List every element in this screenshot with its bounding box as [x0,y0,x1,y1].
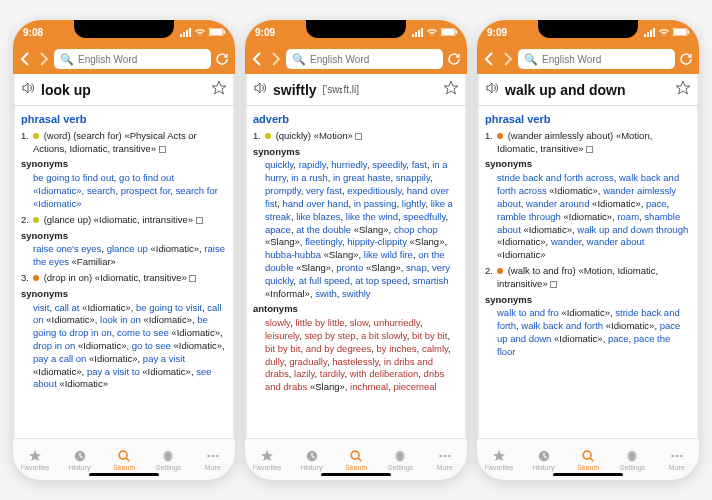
word-link[interactable]: chop chop [394,224,438,235]
word-link[interactable]: step by step [304,330,355,341]
sense-checkbox[interactable] [159,146,166,153]
word-link[interactable]: search [87,185,116,196]
word-link[interactable]: pronto [336,262,363,273]
word-link[interactable]: very fast [306,185,342,196]
word-link[interactable]: visit [33,302,49,313]
word-link[interactable]: slow [350,317,368,328]
word-link[interactable]: calmly [422,343,448,354]
content-area[interactable]: phrasal verb1. (wander aimlessly about) … [477,106,699,438]
back-button[interactable] [483,50,497,68]
word-link[interactable]: in great haste [333,172,391,183]
forward-button[interactable] [501,50,515,68]
tab-more[interactable]: More [423,439,467,480]
search-box[interactable]: 🔍 [286,49,443,69]
word-link[interactable]: expeditiously [347,185,401,196]
refresh-button[interactable] [447,50,461,68]
sense-checkbox[interactable] [189,275,196,282]
word-link[interactable]: gradually [289,356,327,367]
word-link[interactable]: be going to find out [33,172,114,183]
audio-button[interactable] [253,81,267,99]
word-link[interactable]: snap [406,262,427,273]
home-indicator[interactable] [321,473,391,476]
word-link[interactable]: pace [608,333,629,344]
word-link[interactable]: like the wind [346,211,398,222]
home-indicator[interactable] [553,473,623,476]
word-link[interactable]: hippity-clippity [347,236,407,247]
word-link[interactable]: stride back and forth across [497,172,614,183]
word-link[interactable]: by inches [376,343,416,354]
word-link[interactable]: prospect for [121,185,171,196]
word-link[interactable]: fleetingly [305,236,342,247]
audio-button[interactable] [485,81,499,99]
refresh-button[interactable] [215,50,229,68]
word-link[interactable]: go to find out [119,172,174,183]
word-link[interactable]: fast [412,159,427,170]
tab-more[interactable]: More [191,439,235,480]
word-link[interactable]: apace [265,224,291,235]
word-link[interactable]: pace [646,198,667,209]
word-link[interactable]: look in on [100,314,141,325]
favorite-button[interactable] [675,80,691,100]
audio-button[interactable] [21,81,35,99]
favorite-button[interactable] [443,80,459,100]
word-link[interactable]: drop in on [33,340,75,351]
favorite-button[interactable] [211,80,227,100]
search-box[interactable]: 🔍 [518,49,675,69]
search-input[interactable] [78,54,205,65]
search-box[interactable]: 🔍 [54,49,211,69]
word-link[interactable]: «Idiomatic», [33,185,87,196]
tab-favorites[interactable]: Favorites [13,439,57,480]
word-link[interactable]: rapidly [299,159,326,170]
word-link[interactable]: wander [551,236,582,247]
refresh-button[interactable] [679,50,693,68]
word-link[interactable]: be going to visit [136,302,202,313]
word-link[interactable]: piecemeal [393,381,436,392]
word-link[interactable]: smartish [413,275,449,286]
word-link[interactable]: little by little [295,317,344,328]
sense-checkbox[interactable] [196,217,203,224]
word-link[interactable]: walk to and fro [497,307,559,318]
word-link[interactable]: speedfully [403,211,445,222]
word-link[interactable]: glance up [107,243,148,254]
sense-checkbox[interactable] [550,281,557,288]
word-link[interactable]: raise one's eyes [33,243,101,254]
word-link[interactable]: like blazes [296,211,340,222]
word-link[interactable]: go to see [132,340,171,351]
word-link[interactable]: hubba-hubba [265,249,321,260]
word-link[interactable]: hand over hand [282,198,348,209]
word-link[interactable]: at top speed [355,275,407,286]
content-area[interactable]: adverb1. (quickly) «Motion» synonymsquic… [245,106,467,438]
word-link[interactable]: lightly [402,198,426,209]
tab-more[interactable]: More [655,439,699,480]
back-button[interactable] [19,50,33,68]
word-link[interactable]: in passing [354,198,397,209]
word-link[interactable]: hastelessly [332,356,378,367]
word-link[interactable]: roam [617,211,639,222]
word-link[interactable]: promptly [265,185,301,196]
word-link[interactable]: speedily [372,159,406,170]
word-link[interactable]: and by degrees [306,343,372,354]
word-link[interactable]: «Idiomatic» [33,198,82,209]
word-link[interactable]: pay a call on [33,353,86,364]
word-link[interactable]: swith [315,288,337,299]
word-link[interactable]: wander about [587,236,645,247]
forward-button[interactable] [269,50,283,68]
tab-favorites[interactable]: Favorites [245,439,289,480]
forward-button[interactable] [37,50,51,68]
word-link[interactable]: snappily [396,172,430,183]
word-link[interactable]: pay a visit [143,353,185,364]
word-link[interactable]: call at [55,302,80,313]
word-link[interactable]: come to see [117,327,169,338]
word-link[interactable]: walk up and down through [577,224,688,235]
tab-favorites[interactable]: Favorites [477,439,521,480]
word-link[interactable]: swithly [342,288,371,299]
word-link[interactable]: ramble through [497,211,561,222]
word-link[interactable]: slowly [265,317,290,328]
word-link[interactable]: with deliberation [350,368,419,379]
word-link[interactable]: search for [176,185,218,196]
word-link[interactable]: a bit slowly [361,330,407,341]
word-link[interactable]: like wild fire [364,249,413,260]
search-input[interactable] [310,54,437,65]
word-link[interactable]: at full speed [299,275,350,286]
word-link[interactable]: quickly [265,159,293,170]
